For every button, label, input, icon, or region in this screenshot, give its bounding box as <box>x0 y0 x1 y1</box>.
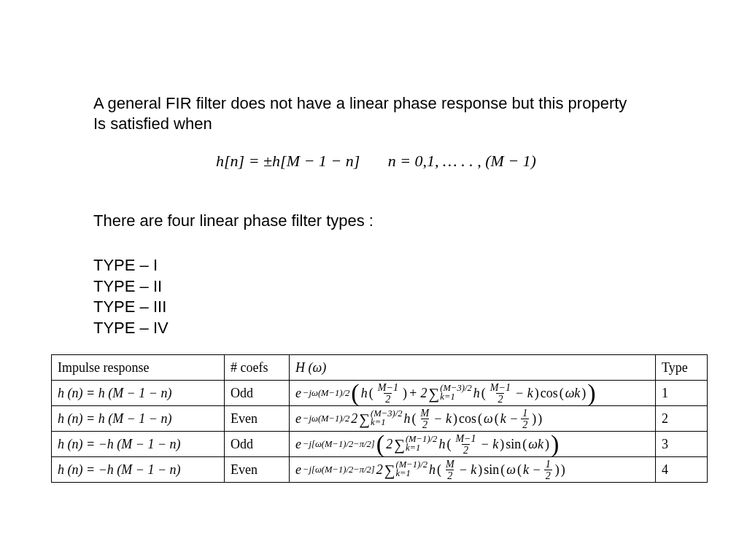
cell-type: 1 <box>656 381 708 406</box>
type-list: TYPE – I TYPE – II TYPE – III TYPE – IV <box>93 255 169 338</box>
header-coefs: # coefs <box>225 355 290 381</box>
cell-impulse: h (n) = h (M − 1 − n) <box>52 406 225 432</box>
intro-line-2: Is satisfied when <box>93 114 212 133</box>
header-type: Type <box>656 355 708 381</box>
table-row: h (n) = −h (M − 1 − n)Odde−j[ω(M−1)/2−π/… <box>52 432 708 457</box>
cell-type: 3 <box>656 432 708 457</box>
types-intro: There are four linear phase filter types… <box>93 211 659 230</box>
filter-types-table: Impulse response # coefs H (ω) Type h (n… <box>51 354 708 483</box>
cell-impulse: h (n) = −h (M − 1 − n) <box>52 432 225 457</box>
cell-H: e−j[ω(M−1)/2−π/2] (2 ∑(M−1)/2k=1 h (M−12… <box>290 432 656 457</box>
type-item: TYPE – II <box>93 276 169 298</box>
header-impulse: Impulse response <box>52 355 225 381</box>
cell-coefs: Odd <box>225 381 290 406</box>
cell-type: 2 <box>656 406 708 432</box>
table-header-row: Impulse response # coefs H (ω) Type <box>52 355 708 381</box>
table-row: h (n) = −h (M − 1 − n)Evene−j[ω(M−1)/2−π… <box>52 457 708 483</box>
table-row: h (n) = h (M − 1 − n)Evene−jω(M−1)/2 2 ∑… <box>52 406 708 432</box>
equation-rhs: n = 0,1, … . . , (M − 1) <box>388 152 536 170</box>
slide: A general FIR filter does not have a lin… <box>0 0 747 560</box>
header-H: H (ω) <box>290 355 656 381</box>
cell-coefs: Even <box>225 406 290 432</box>
cell-H: e−jω(M−1)/2 2 ∑(M−3)/2k=1 h (M2 − k) cos… <box>290 406 656 432</box>
type-item: TYPE – III <box>93 297 169 318</box>
cell-H: e−jω(M−1)/2 (h (M−12) + 2 ∑(M−3)/2k=1 h … <box>290 381 656 406</box>
table-body: h (n) = h (M − 1 − n)Odde−jω(M−1)/2 (h (… <box>52 381 708 483</box>
table-row: h (n) = h (M − 1 − n)Odde−jω(M−1)/2 (h (… <box>52 381 708 406</box>
type-item: TYPE – IV <box>93 318 169 339</box>
intro-line-1: A general FIR filter does not have a lin… <box>93 94 627 112</box>
filter-types-table-wrap: Impulse response # coefs H (ω) Type h (n… <box>51 354 708 483</box>
cell-impulse: h (n) = h (M − 1 − n) <box>52 381 225 406</box>
cell-impulse: h (n) = −h (M − 1 − n) <box>52 457 225 483</box>
symmetry-equation: h[n] = ±h[M − 1 − n] n = 0,1, … . . , (M… <box>93 152 659 171</box>
cell-H: e−j[ω(M−1)/2−π/2] 2 ∑(M−1)/2k=1 h (M2 − … <box>290 457 656 483</box>
type-item: TYPE – I <box>93 255 169 276</box>
cell-type: 4 <box>656 457 708 483</box>
cell-coefs: Odd <box>225 432 290 457</box>
equation-lhs: h[n] = ±h[M − 1 − n] <box>216 152 360 170</box>
intro-paragraph: A general FIR filter does not have a lin… <box>93 93 659 134</box>
cell-coefs: Even <box>225 457 290 483</box>
